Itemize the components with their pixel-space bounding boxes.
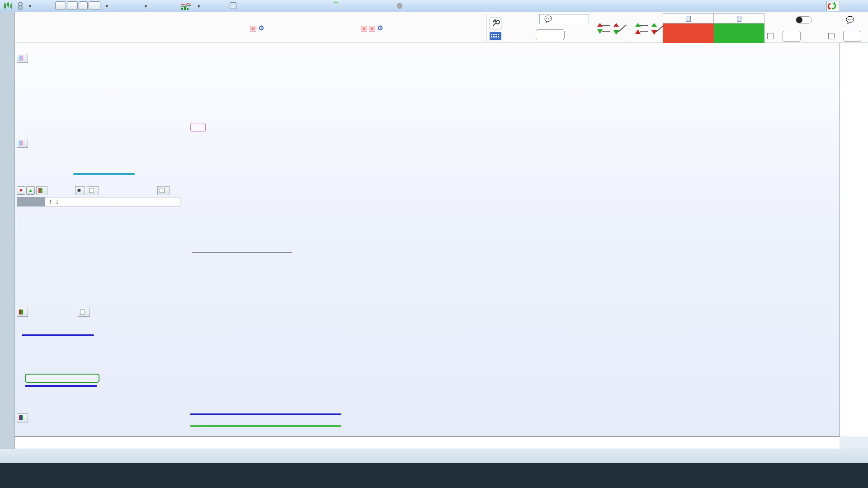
indicator-icon xyxy=(180,1,192,12)
period-dropdown[interactable]: ▼ xyxy=(105,2,109,9)
price-tooltip xyxy=(192,252,292,253)
link-icon[interactable] xyxy=(16,1,24,12)
change-badge xyxy=(334,2,338,3)
status-toolbar xyxy=(0,449,868,463)
positions-panel-label[interactable] xyxy=(17,139,28,148)
macd-signal-box xyxy=(190,425,341,427)
short-points-input[interactable] xyxy=(843,31,861,42)
equity-panel-label[interactable] xyxy=(17,54,28,63)
schaff-value-box xyxy=(25,374,99,383)
windows-taskbar xyxy=(0,463,868,488)
sma-checkbox[interactable] xyxy=(78,308,90,317)
ema-checkbox[interactable] xyxy=(157,186,170,195)
price-expand-button[interactable]: ▲ xyxy=(26,186,35,195)
macd-line-box xyxy=(190,413,341,415)
qty-auto-bubble-icon: 💬 xyxy=(544,15,552,23)
time-axis[interactable] xyxy=(15,436,840,449)
wrench-button[interactable] xyxy=(490,18,501,29)
indicators-dropdown[interactable]: ▼ xyxy=(193,2,201,9)
sell-market-button[interactable] xyxy=(663,23,714,43)
trading-controls-bar: ✖ ⚙ ✖ ✖ ⚙ 💬 i i 💬 xyxy=(15,12,868,43)
close-position-icon[interactable]: ✖ xyxy=(361,26,367,32)
positions-value-box xyxy=(73,173,135,175)
price-scale-strip[interactable] xyxy=(840,43,868,436)
sell-info-icon[interactable]: i xyxy=(686,16,691,22)
equity-tooltip xyxy=(190,123,206,132)
price-panel-label[interactable] xyxy=(36,186,47,195)
multi-toggle[interactable] xyxy=(796,16,812,23)
chart-canvas[interactable] xyxy=(15,43,840,436)
lim-buy-icon[interactable] xyxy=(613,22,627,37)
timeframe-3m-button[interactable] xyxy=(89,1,100,10)
level75-box[interactable] xyxy=(22,334,94,336)
keyboard-icon[interactable] xyxy=(490,32,501,40)
drawing-tools-sidebar xyxy=(0,12,15,463)
symbol-dropdown[interactable]: ▼ xyxy=(28,2,32,9)
long-checkbox[interactable] xyxy=(767,33,774,39)
status-dot xyxy=(397,3,402,9)
price-list-icon[interactable]: ≡ xyxy=(75,186,85,195)
orders-label: ✖ ⚙ xyxy=(250,24,264,32)
sell-header: i xyxy=(663,13,714,23)
schaff-swatch xyxy=(19,310,23,314)
timeframe-m-button[interactable] xyxy=(79,1,88,10)
multi-bubble-icon: 💬 xyxy=(846,16,854,24)
cancel-orders-icon[interactable]: ✖ xyxy=(250,26,256,32)
buy-market-button[interactable] xyxy=(714,23,764,43)
equity-swatch xyxy=(19,56,23,61)
price-swatch xyxy=(38,188,42,193)
trading-platform-window: ▼ ▼ ▼ ▼ i ✖ ⚙ ✖ ✖ ⚙ 💬 xyxy=(0,0,868,488)
long-points-input[interactable] xyxy=(783,31,801,42)
lim-sell-icon[interactable] xyxy=(597,22,611,37)
stp-sell-icon[interactable] xyxy=(635,22,649,37)
timeframe-1h-button[interactable] xyxy=(55,1,66,10)
candlestick-icon xyxy=(3,1,14,12)
schaff-panel-label[interactable] xyxy=(17,308,28,317)
anno-label xyxy=(17,197,45,206)
short-checkbox[interactable] xyxy=(828,33,835,39)
info-icon[interactable]: i xyxy=(230,2,236,9)
position-settings-icon[interactable]: ⚙ xyxy=(377,24,383,32)
price-collapse-button[interactable]: ▼ xyxy=(17,186,25,195)
position-label: ✖ ✖ ⚙ xyxy=(357,24,383,32)
qty-input[interactable] xyxy=(536,29,565,40)
timeframe-4h-button[interactable] xyxy=(67,1,78,10)
refresh-icon[interactable] xyxy=(826,1,840,11)
buy-info-icon[interactable]: i xyxy=(737,16,742,22)
close-position2-icon[interactable]: ✖ xyxy=(369,26,375,32)
positions-swatch xyxy=(19,141,23,145)
level25-box[interactable] xyxy=(25,385,97,387)
anno-values: ↑ ↓ xyxy=(45,197,180,206)
macd-panel-label[interactable] xyxy=(17,413,28,422)
macd-swatch xyxy=(19,415,23,420)
buy-header: i xyxy=(714,13,764,23)
title-bar: ▼ ▼ ▼ ▼ i xyxy=(0,0,868,12)
orders-settings-icon[interactable]: ⚙ xyxy=(258,24,264,32)
pivot-checkbox[interactable] xyxy=(87,186,99,195)
qty-auto-tab[interactable]: 💬 xyxy=(539,14,589,23)
units-dropdown[interactable]: ▼ xyxy=(144,2,148,9)
